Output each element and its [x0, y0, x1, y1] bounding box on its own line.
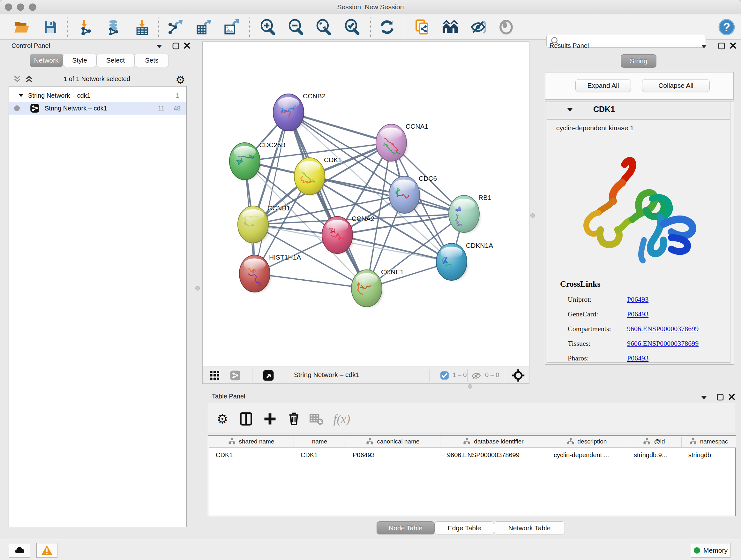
table-cell[interactable]: 9606.ENSP00000378699 — [447, 449, 545, 461]
show-columns-icon[interactable] — [238, 410, 255, 428]
cloud-button[interactable] — [9, 543, 30, 558]
collapse-all-button[interactable]: Collapse All — [642, 79, 710, 92]
redraw-layout-icon[interactable] — [379, 18, 396, 36]
collapse-collection-icon[interactable] — [18, 94, 23, 98]
crosslink-link[interactable]: P06493 — [627, 295, 649, 304]
hide-selected-icon[interactable] — [470, 18, 487, 36]
crosslink-link[interactable]: P06493 — [627, 354, 649, 362]
zoom-in-icon[interactable] — [259, 18, 276, 36]
export-network-icon[interactable] — [167, 18, 184, 36]
float-panel-icon[interactable] — [156, 44, 163, 49]
zoom-out-icon[interactable] — [287, 18, 304, 36]
network-node-CCNA1[interactable] — [376, 124, 407, 161]
table-cell[interactable]: P06493 — [353, 449, 439, 461]
network-options-gear-icon[interactable]: ⚙ — [176, 73, 185, 86]
cdk1-section-header[interactable]: CDK1 — [545, 102, 733, 118]
maximize-panel-icon[interactable] — [717, 393, 724, 401]
warning-button[interactable] — [37, 543, 57, 558]
create-column-icon[interactable] — [261, 410, 279, 428]
network-node-HIST1H1A[interactable] — [239, 255, 270, 292]
column-divider[interactable] — [547, 437, 547, 447]
network-row[interactable]: String Network – cdk1 11 48 — [9, 102, 186, 115]
selected-nodes-checkbox-icon[interactable] — [440, 371, 449, 380]
column-divider[interactable] — [681, 437, 682, 447]
table-options-gear-icon[interactable]: ⚙ — [214, 410, 231, 428]
save-session-icon[interactable] — [42, 18, 59, 36]
column-header--id[interactable]: @id — [627, 436, 681, 448]
network-node-CCNA2[interactable] — [322, 216, 353, 253]
column-header-description[interactable]: description — [547, 436, 627, 448]
tab-string-results[interactable]: String — [621, 54, 657, 68]
export-image-icon[interactable] — [222, 18, 240, 36]
column-header-shared-name[interactable]: shared name — [209, 436, 293, 448]
memory-button[interactable]: Memory — [691, 543, 731, 558]
import-network-file-icon[interactable] — [78, 18, 95, 36]
table-cell[interactable]: CDK1 — [300, 449, 344, 461]
collapse-section-icon[interactable] — [566, 107, 574, 112]
column-header-name[interactable]: name — [293, 436, 346, 448]
table-cell[interactable]: stringdb:9... — [634, 449, 680, 461]
import-network-database-icon[interactable] — [105, 18, 122, 36]
network-share-view-icon[interactable] — [230, 370, 240, 381]
table-cell[interactable]: CDK1 — [216, 449, 292, 461]
close-panel-icon[interactable] — [184, 42, 191, 49]
table-cell[interactable]: cyclin-dependent ... — [554, 449, 625, 461]
tab-select[interactable]: Select — [96, 54, 135, 67]
network-node-CCNB1[interactable] — [238, 206, 268, 243]
column-divider[interactable] — [346, 437, 346, 447]
crosslink-link[interactable]: 9606.ENSP00000378699 — [627, 339, 698, 348]
crosslink-row: Compartments:9606.ENSP00000378699 — [568, 321, 727, 336]
network-node-CDK1[interactable] — [294, 158, 325, 195]
network-node-CCNE1[interactable] — [351, 270, 382, 307]
new-network-from-selection-icon[interactable] — [414, 18, 431, 36]
open-session-icon[interactable] — [13, 18, 30, 36]
maximize-panel-icon[interactable] — [718, 42, 725, 50]
network-node-CCNB2[interactable] — [273, 94, 304, 131]
network-canvas[interactable]: CCNB2CCNA1CDC25BCDK1CDC6RB1CCNB1CCNA2CDK… — [203, 42, 529, 366]
tab-edge-table[interactable]: Edge Table — [434, 521, 494, 535]
close-panel-icon[interactable] — [730, 42, 737, 49]
network-node-CDKN1A[interactable] — [436, 243, 467, 280]
column-divider[interactable] — [293, 437, 294, 447]
right-splitter-handle[interactable] — [530, 213, 535, 218]
network-collection-row[interactable]: String Network – cdk1 1 — [9, 89, 186, 102]
network-node-CDC6[interactable] — [389, 176, 420, 213]
zoom-fit-icon[interactable] — [315, 18, 332, 36]
help-icon[interactable]: ? — [718, 18, 735, 36]
import-table-file-icon[interactable] — [134, 18, 151, 36]
left-splitter-handle[interactable] — [195, 286, 200, 291]
export-table-icon[interactable] — [195, 18, 212, 36]
column-header-namespac[interactable]: namespac — [681, 436, 736, 448]
float-panel-icon[interactable] — [700, 44, 708, 49]
tab-network-table[interactable]: Network Table — [494, 521, 565, 535]
crosslink-link[interactable]: P06493 — [627, 310, 649, 318]
column-divider[interactable] — [440, 437, 441, 447]
apply-function-icon[interactable]: f(x) — [333, 410, 350, 428]
delete-table-icon[interactable] — [308, 410, 325, 428]
tab-node-table[interactable]: Node Table — [377, 521, 434, 535]
close-panel-icon[interactable] — [728, 393, 735, 400]
tab-style[interactable]: Style — [63, 54, 96, 67]
table-cell[interactable]: stringdb — [688, 449, 735, 461]
tab-sets[interactable]: Sets — [135, 54, 169, 67]
delete-column-icon[interactable] — [285, 410, 302, 428]
crosslink-link[interactable]: 9606.ENSP00000378699 — [627, 325, 698, 333]
toolbar-separator — [370, 17, 371, 37]
maximize-panel-icon[interactable] — [172, 42, 180, 50]
hidden-eye-icon[interactable] — [471, 371, 482, 381]
float-panel-icon[interactable] — [700, 395, 708, 400]
zoom-selected-icon[interactable] — [343, 18, 360, 36]
column-header-database-identifier[interactable]: database identifier — [440, 436, 547, 448]
tab-network[interactable]: Network — [30, 54, 63, 67]
grid-view-icon[interactable] — [210, 370, 220, 381]
column-header-canonical-name[interactable]: canonical name — [346, 436, 440, 448]
open-in-new-window-icon[interactable] — [263, 370, 274, 381]
network-node-RB1[interactable] — [449, 195, 479, 233]
results-scrollbar[interactable] — [730, 102, 734, 364]
show-hidden-icon[interactable] — [497, 18, 515, 36]
expand-all-button[interactable]: Expand All — [576, 79, 631, 92]
column-divider[interactable] — [627, 437, 627, 447]
network-node-CDC25B[interactable] — [229, 143, 260, 180]
show-all-nodes-edges-icon[interactable] — [442, 18, 459, 36]
birds-eye-view-icon[interactable] — [512, 369, 525, 382]
